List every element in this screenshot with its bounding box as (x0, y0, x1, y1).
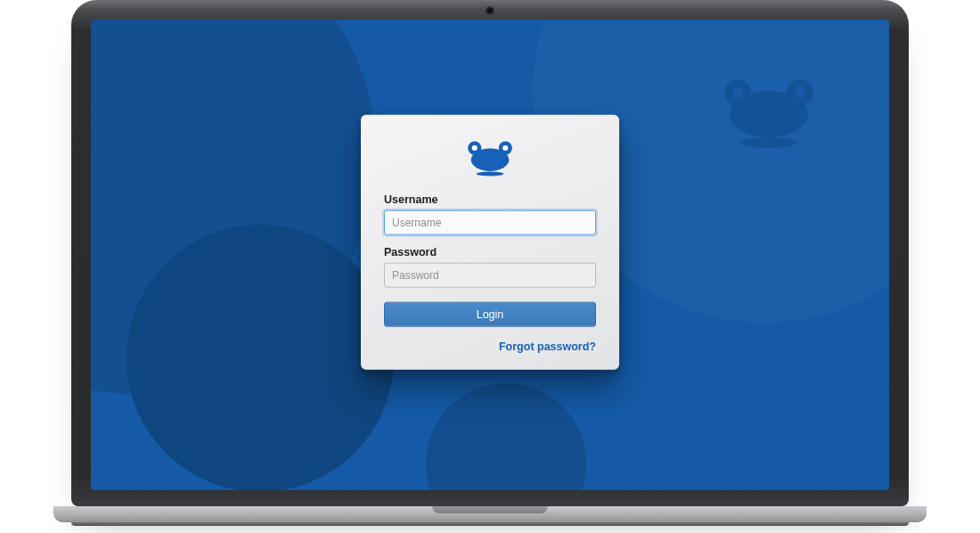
laptop-lid: Username Password Login Forgot password? (71, 0, 909, 506)
logo-container (384, 133, 596, 193)
svg-point-11 (502, 145, 508, 151)
screen: Username Password Login Forgot password? (91, 20, 889, 490)
login-button[interactable]: Login (384, 302, 596, 327)
svg-point-10 (472, 145, 478, 151)
forgot-password-link[interactable]: Forgot password? (499, 340, 596, 353)
svg-point-9 (477, 171, 503, 176)
wallpaper-shape (426, 383, 586, 490)
forgot-row: Forgot password? (384, 338, 596, 354)
svg-point-4 (732, 87, 743, 98)
laptop-mockup: Username Password Login Forgot password? (71, 0, 909, 533)
frog-watermark-icon (711, 70, 827, 153)
svg-point-3 (740, 137, 797, 148)
login-card: Username Password Login Forgot password? (361, 115, 619, 370)
password-input[interactable] (384, 263, 596, 288)
password-label: Password (384, 246, 596, 258)
wallpaper-shape (127, 225, 394, 490)
laptop-base (53, 506, 927, 533)
svg-point-5 (795, 87, 805, 98)
username-label: Username (384, 193, 596, 206)
username-input[interactable] (384, 210, 596, 235)
laptop-camera-dot (487, 8, 493, 13)
frog-logo-icon (461, 136, 519, 181)
